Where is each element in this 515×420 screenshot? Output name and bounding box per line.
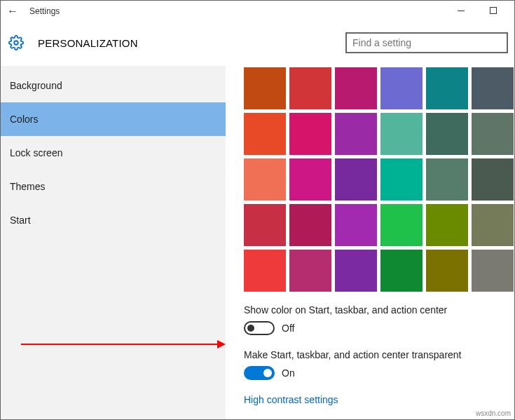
gear-icon: [8, 35, 24, 50]
sidebar: Background Colors Lock screen Themes Sta…: [0, 66, 226, 420]
color-swatch[interactable]: [244, 250, 286, 292]
transparent-state: On: [282, 367, 295, 379]
color-swatch[interactable]: [472, 250, 514, 292]
color-swatch[interactable]: [335, 250, 377, 292]
sidebar-item-colors[interactable]: Colors: [0, 102, 226, 136]
color-swatch[interactable]: [289, 204, 331, 246]
maximize-button[interactable]: [477, 0, 509, 21]
color-swatch[interactable]: [335, 67, 377, 109]
color-swatch[interactable]: [380, 67, 423, 109]
sidebar-item-themes[interactable]: Themes: [0, 170, 226, 203]
sidebar-item-lock-screen[interactable]: Lock screen: [0, 136, 226, 170]
show-color-label: Show color on Start, taskbar, and action…: [244, 304, 515, 316]
show-color-toggle[interactable]: [244, 321, 275, 335]
svg-point-2: [14, 41, 18, 45]
color-swatch[interactable]: [380, 250, 423, 292]
watermark: wsxdn.com: [476, 409, 511, 417]
color-swatch[interactable]: [244, 204, 286, 246]
color-swatch[interactable]: [472, 113, 514, 155]
transparent-label: Make Start, taskbar, and action center t…: [244, 349, 515, 360]
color-swatch[interactable]: [426, 204, 468, 246]
color-swatch[interactable]: [335, 204, 377, 246]
show-color-state: Off: [282, 323, 294, 334]
color-swatch[interactable]: [289, 67, 331, 109]
color-swatch[interactable]: [472, 204, 514, 246]
color-swatch[interactable]: [426, 67, 468, 109]
color-swatch[interactable]: [426, 250, 468, 292]
color-swatch[interactable]: [335, 113, 377, 155]
minimize-button[interactable]: [445, 0, 477, 21]
color-swatch[interactable]: [426, 158, 468, 201]
color-swatch[interactable]: [289, 158, 331, 201]
annotation-arrow: [21, 344, 224, 345]
color-swatch[interactable]: [244, 158, 286, 201]
sidebar-item-start[interactable]: Start: [0, 203, 226, 237]
color-swatch[interactable]: [335, 158, 377, 201]
color-swatch[interactable]: [472, 158, 514, 201]
transparent-toggle[interactable]: [244, 366, 275, 380]
window-title: Settings: [29, 6, 60, 16]
color-swatch[interactable]: [380, 113, 423, 155]
color-swatch[interactable]: [289, 113, 331, 155]
color-swatch[interactable]: [289, 250, 331, 292]
svg-rect-1: [490, 8, 497, 14]
color-swatch-grid: [244, 67, 515, 292]
color-swatch[interactable]: [426, 113, 468, 155]
back-button[interactable]: ←: [7, 5, 18, 18]
svg-rect-0: [458, 11, 465, 11]
search-input[interactable]: [345, 32, 508, 53]
high-contrast-link[interactable]: High contrast settings: [244, 394, 515, 405]
color-swatch[interactable]: [380, 158, 423, 201]
color-swatch[interactable]: [244, 113, 286, 155]
color-swatch[interactable]: [244, 67, 286, 109]
color-swatch[interactable]: [380, 204, 423, 246]
sidebar-item-background[interactable]: Background: [0, 69, 226, 102]
content-panel: Show color on Start, taskbar, and action…: [226, 66, 515, 420]
color-swatch[interactable]: [472, 67, 514, 109]
page-title: PERSONALIZATION: [38, 37, 138, 49]
